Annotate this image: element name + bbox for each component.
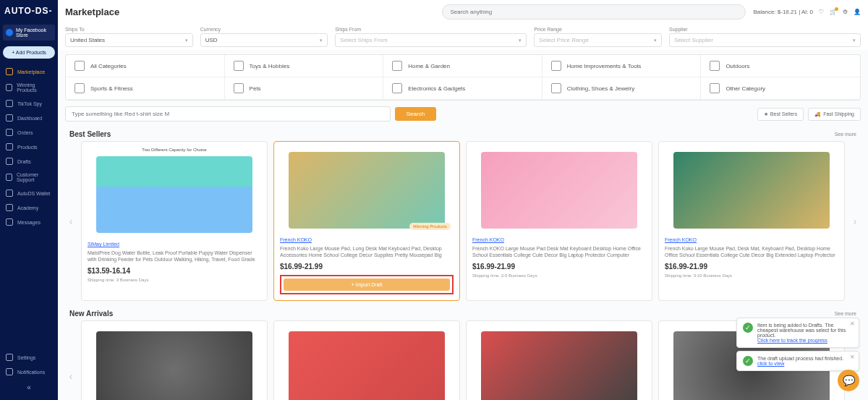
sidebar-item-messages[interactable]: Messages [0,215,58,229]
category-grid: All Categories Toys & Hobbies Home & Gar… [65,54,861,101]
ships-from-select[interactable]: Select Ships From▾ [335,33,527,47]
product-image [665,148,838,233]
product-image: Winning Products [280,148,454,233]
product-card[interactable]: French KOKO French KOKO Large Mouse Pad … [466,141,652,301]
add-products-button[interactable]: + Add Products [3,46,55,59]
balance-label: Balance: $-18.21 | Al: 0 [753,9,813,15]
category-all[interactable]: All Categories [66,55,225,77]
sidebar-item-marketplace[interactable]: Marketplace [0,64,58,79]
filter-label: Currency [200,27,328,32]
sidebar-item-drafts[interactable]: Drafts [0,154,58,169]
carousel-next-button[interactable]: › [849,216,861,227]
sidebar-item-products[interactable]: Products [0,140,58,154]
product-title: MalsiPree Dog Water Bottle, Leak Proof P… [88,250,261,263]
category-label: Pets [250,85,261,92]
category-label: Other Category [726,85,765,92]
price-range-select[interactable]: Select Price Range▾ [534,33,662,47]
chevron-down-icon: ▾ [320,38,323,43]
ships-to-select[interactable]: United States▾ [65,33,193,47]
category-toys[interactable]: Toys & Hobbies [225,55,384,77]
orders-icon [6,129,13,136]
trophy-icon [6,84,12,91]
global-search-input[interactable] [442,4,746,20]
sidebar-item-autods-wallet[interactable]: AutoDS Wallet [0,186,58,200]
select-value: Select Price Range [539,37,588,43]
supplier-link[interactable]: French KOKO [280,237,454,242]
category-electronics[interactable]: Electronics & Gadgets [383,77,542,100]
sidebar-item-label: Marketplace [17,69,45,75]
product-image [280,327,454,400]
product-search-input[interactable] [65,106,391,122]
import-draft-button[interactable]: + Import Draft [284,278,450,291]
toast-notification: ✓ The draft upload process had finished.… [736,351,859,371]
sidebar-item-tiktok-spy[interactable]: TikTok Spy [0,96,58,111]
toast-message: The draft upload process had finished. [757,356,843,361]
sidebar-item-settings[interactable]: Settings [0,350,58,365]
category-home-garden[interactable]: Home & Garden [383,55,542,77]
product-card[interactable]: AutoDS Suppliers Discounted Prices [466,320,652,400]
supplier-select[interactable]: Select Supplier▾ [669,33,861,47]
chevron-down-icon: ▾ [185,38,188,43]
select-value: Select Supplier [674,37,713,43]
clothing-icon [551,83,561,93]
sidebar-item-winning-products[interactable]: Winning Products [0,79,58,96]
category-clothing[interactable]: Clothing, Shoes & Jewelry [542,77,702,100]
check-icon: ✓ [743,356,753,366]
marketplace-icon [6,68,13,75]
category-outdoors[interactable]: Outdoors [701,55,860,77]
sports-icon [75,83,85,93]
category-sports[interactable]: Sports & Fitness [66,77,225,100]
sidebar-item-customer-support[interactable]: Customer Support [0,169,58,186]
product-card[interactable]: Winning Products French KOKO French Koko… [273,141,460,301]
carousel-prev-button[interactable]: ‹ [65,216,77,227]
drafts-icon [6,158,13,165]
chevron-down-icon: ▾ [853,38,856,43]
category-label: Home Improvements & Tools [567,63,642,69]
product-title: French KOKO Large Mouse Pad Desk Mat Key… [472,245,646,258]
chevron-down-icon: ▾ [654,38,657,43]
electronics-icon [392,83,402,93]
search-button[interactable]: Search [395,107,436,121]
chat-button[interactable]: 💬 [838,370,859,391]
cart-icon[interactable]: 🛒 [830,9,837,15]
product-card[interactable]: French KOKO French Koko Large Mouse Pad,… [658,141,845,301]
product-card[interactable]: AutoDS Suppliers Discounted Prices [81,320,268,400]
product-title: French Koko Large Mouse Pad, Long Desk M… [280,245,454,258]
best-sellers-quicklink[interactable]: ★Best Sellers [757,108,804,121]
product-card[interactable]: Two Different Capacity for Choice SiMay … [81,141,268,301]
category-pets[interactable]: Pets [225,77,384,100]
close-icon[interactable]: ✕ [850,354,855,360]
toast-link[interactable]: click to view [757,361,784,366]
see-more-link[interactable]: See more [835,132,856,137]
fast-shipping-quicklink[interactable]: 🚚Fast Shipping [808,108,861,121]
brand-logo: AUTO-DS- [0,0,58,22]
product-title: French Koko Large Mouse Pad, Desk Mat, K… [665,245,838,258]
category-other[interactable]: Other Category [701,77,860,100]
product-card[interactable]: AutoDS Suppliers Discounted Prices [273,320,460,400]
supplier-link[interactable]: French KOKO [472,237,646,242]
shipping-time: Shipping time: 3-10 Business Days [665,273,838,278]
category-home-improvements[interactable]: Home Improvements & Tools [542,55,702,77]
see-more-link[interactable]: See more [835,311,856,316]
heart-icon[interactable]: ♡ [819,9,824,15]
store-selector[interactable]: My Facebook Store [3,25,55,41]
sidebar-item-label: TikTok Spy [17,101,42,106]
sidebar-item-dashboard[interactable]: Dashboard [0,111,58,125]
select-value: Select Ships From [340,37,387,43]
supplier-link[interactable]: French KOKO [665,237,838,242]
cart-icon [75,61,85,71]
toast-link[interactable]: Click here to track the progress [757,338,827,343]
sidebar-item-academy[interactable]: Academy [0,200,58,215]
carousel-prev-button[interactable]: ‹ [65,370,77,382]
sidebar-item-notifications[interactable]: Notifications [0,365,58,379]
sidebar-item-orders[interactable]: Orders [0,125,58,140]
product-image [472,327,646,400]
settings-icon[interactable]: ⚙ [843,9,848,15]
supplier-link[interactable]: SiMay Limited [88,242,261,247]
currency-select[interactable]: USD▾ [200,33,328,47]
select-value: United States [70,37,105,43]
collapse-sidebar-button[interactable]: « [0,379,58,396]
section-title-best-sellers: Best Sellers [69,130,111,138]
user-icon[interactable]: 👤 [854,9,861,15]
close-icon[interactable]: ✕ [850,320,855,327]
